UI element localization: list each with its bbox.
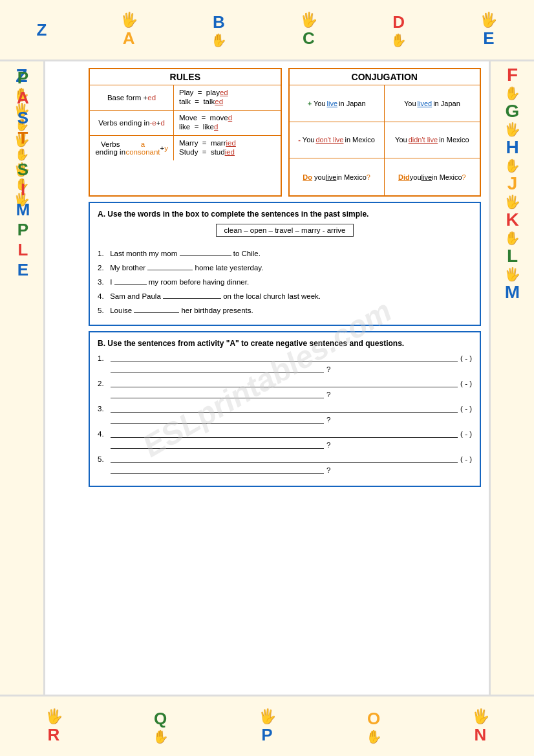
rule-row-3: Verbs ending in a consonant +y Marry = m… xyxy=(90,136,281,160)
border-b: B ✋ xyxy=(211,12,227,48)
b-q-1: ? xyxy=(326,365,330,373)
blank-5[interactable] xyxy=(134,304,179,313)
b-blank-4-neg[interactable] xyxy=(111,429,458,438)
border-letter-z: Z xyxy=(37,20,47,40)
border-q: Q ✋ xyxy=(153,709,169,744)
b-line-1-q: ? xyxy=(98,364,472,373)
border-letter-r: R xyxy=(48,725,60,745)
activity-a-box: A. Use the words in the box to complete … xyxy=(89,202,481,326)
b-item-5: 5. ( - ) ? xyxy=(98,454,472,474)
vert-a: A xyxy=(17,88,29,108)
vert-s2: S xyxy=(17,160,28,180)
b-line-2-q: ? xyxy=(98,389,472,398)
b-blank-3-neg[interactable] xyxy=(111,404,458,413)
hand-c: 🖐 xyxy=(300,12,317,28)
b-q-3: ? xyxy=(326,416,330,424)
right-letter-f: F xyxy=(507,65,518,85)
vert-m: M xyxy=(16,200,30,220)
blank-3[interactable] xyxy=(114,275,147,285)
right-border-strip: F ✋ G 🖐 H ✋ J 🖐 K ✋ L 🖐 M xyxy=(489,61,534,695)
b-line-3-neg: 3. ( - ) xyxy=(98,404,472,413)
sentence-5: 5. Louise her birthday presents. xyxy=(98,304,472,314)
border-letter-q: Q xyxy=(154,709,167,729)
b-blank-1-q[interactable] xyxy=(111,364,324,373)
ex-talk: talk = talked xyxy=(179,98,275,105)
b-line-5-neg: 5. ( - ) xyxy=(98,454,472,463)
word-box: clean – open – travel – marry - arrive xyxy=(216,224,354,237)
b-blank-3-q[interactable] xyxy=(111,415,324,424)
b-num-1: 1. xyxy=(98,354,108,362)
worksheet-page: Z 🖐 A B ✋ 🖐 C D ✋ 🖐 E 🖐 R Q ✋ xyxy=(0,0,534,756)
ex-play: Play = played xyxy=(179,89,275,96)
b-line-1-neg: 1. ( - ) xyxy=(98,353,472,362)
conj-question-past: Did you live in Mexico? xyxy=(385,158,480,195)
b-blank-2-q[interactable] xyxy=(111,389,324,398)
b-suffix-1: ( - ) xyxy=(460,354,472,362)
b-line-2-neg: 2. ( - ) xyxy=(98,378,472,387)
blank-2[interactable] xyxy=(147,261,193,270)
b-num-4: 4. xyxy=(98,430,108,438)
conj-positive: + You live in Japan xyxy=(290,85,385,122)
rule-examples-1: Play = played talk = talked xyxy=(174,85,281,110)
border-a: 🖐 A xyxy=(120,12,138,49)
hand-d: ✋ xyxy=(390,32,407,48)
blank-1[interactable] xyxy=(180,247,231,256)
border-letter-d: D xyxy=(392,12,405,32)
border-letter-c: C xyxy=(303,28,315,49)
rule-label-2: Verbs ending in -e + d xyxy=(90,111,174,135)
b-q-2: ? xyxy=(326,391,330,398)
bottom-border-strip: 🖐 R Q ✋ 🖐 P O ✋ 🖐 N xyxy=(0,695,534,756)
vert-e: E xyxy=(17,260,28,280)
b-blank-5-neg[interactable] xyxy=(111,454,458,463)
right-letter-g: G xyxy=(506,101,520,122)
ex-marry: Marry = married xyxy=(179,139,275,147)
rules-conjugation-section: RULES Base form + ed Play = played talk … xyxy=(89,68,481,197)
b-blank-2-neg[interactable] xyxy=(111,378,458,387)
sentence-2: 2. My brother home late yesterday. xyxy=(98,261,472,272)
past-simple-vertical-label: P A S T S I M P L E xyxy=(5,68,41,280)
right-hand-1: ✋ xyxy=(504,85,520,101)
ex-study: Study = studied xyxy=(179,148,275,156)
conjugation-title: CONJUGATION xyxy=(290,69,480,85)
rule-row-1: Base form + ed Play = played talk = talk… xyxy=(90,85,281,111)
hand-n: 🖐 xyxy=(472,708,489,725)
b-item-4: 4. ( - ) ? xyxy=(98,429,472,449)
ex-like: like = liked xyxy=(179,123,275,131)
b-blank-4-q[interactable] xyxy=(111,440,324,449)
b-line-5-q: ? xyxy=(98,465,472,474)
border-letter-b: B xyxy=(213,12,225,32)
main-content: RULES Base form + ed Play = played talk … xyxy=(45,61,489,695)
sentence-3: 3. I my room before having dinner. xyxy=(98,275,472,286)
b-item-2: 2. ( - ) ? xyxy=(98,378,472,398)
border-letter-o: O xyxy=(367,709,380,729)
right-letter-m: M xyxy=(505,282,520,303)
conj-negative-past: You didn't live in Mexico xyxy=(385,122,480,159)
b-q-5: ? xyxy=(326,466,330,474)
b-suffix-5: ( - ) xyxy=(460,455,472,463)
activity-b-box: B. Use the sentences from activity "A" t… xyxy=(89,331,481,487)
right-letter-l: L xyxy=(507,246,518,266)
b-q-4: ? xyxy=(326,441,330,449)
vert-p: P xyxy=(17,68,28,88)
b-blank-1-neg[interactable] xyxy=(111,353,458,362)
hand-p-bot: 🖐 xyxy=(259,708,276,725)
border-z: Z xyxy=(37,20,47,40)
hand-q: ✋ xyxy=(153,729,169,744)
b-suffix-3: ( - ) xyxy=(460,405,472,413)
b-suffix-2: ( - ) xyxy=(460,380,472,387)
border-o: O ✋ xyxy=(366,709,382,744)
border-r: 🖐 R xyxy=(45,708,63,745)
vert-s1: S xyxy=(17,108,28,128)
b-num-3: 3. xyxy=(98,405,108,413)
b-line-4-neg: 4. ( - ) xyxy=(98,429,472,438)
rule-label-1: Base form + ed xyxy=(90,85,174,110)
border-letter-p-bot: P xyxy=(261,725,272,745)
border-letter-e: E xyxy=(483,28,494,49)
hand-b: ✋ xyxy=(211,32,227,48)
border-letter-a: A xyxy=(123,28,135,49)
blank-4[interactable] xyxy=(163,290,221,299)
right-hand-3: ✋ xyxy=(504,158,520,173)
border-n: 🖐 N xyxy=(472,708,489,745)
vert-space xyxy=(21,148,24,160)
b-blank-5-q[interactable] xyxy=(111,465,324,474)
